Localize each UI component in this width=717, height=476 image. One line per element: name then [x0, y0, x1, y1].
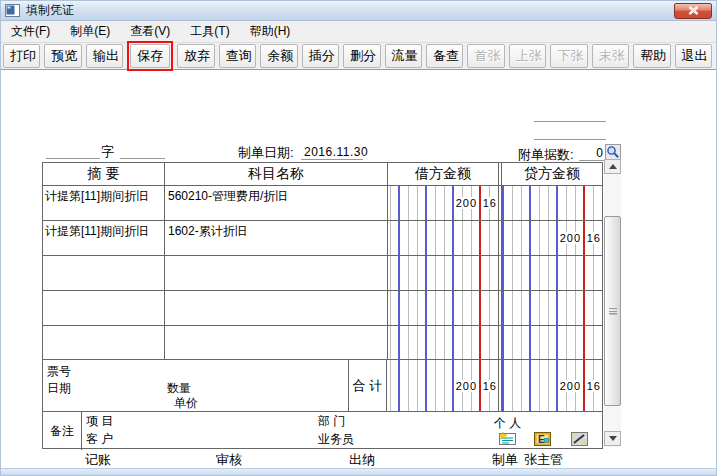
credit-amount-cell[interactable] — [502, 186, 602, 220]
summary-cell[interactable]: 计提第[11]期间折旧 — [43, 221, 165, 255]
project-field[interactable]: 项 目 — [86, 413, 113, 430]
attachments-lookup-button[interactable] — [605, 144, 621, 160]
account-cell[interactable]: 560210-管理费用/折旧 — [165, 186, 388, 220]
attachments-underline — [579, 160, 605, 161]
cashflow-button[interactable]: 流量 — [385, 44, 422, 68]
insert-line-button[interactable]: 插分 — [302, 44, 339, 68]
table-row — [43, 256, 602, 291]
debit-amount-cell[interactable] — [388, 326, 499, 359]
summary-cell[interactable] — [43, 256, 165, 290]
summary-cell[interactable]: 计提第[11]期间折旧 — [43, 186, 165, 220]
credit-amount-cell[interactable]: 200 16 — [502, 221, 602, 255]
credit-fen: 16 — [587, 232, 601, 244]
menu-file[interactable]: 文件(F) — [5, 21, 56, 42]
title-bar: 填制凭证 — [1, 1, 716, 21]
prev-voucher-button: 上张 — [509, 44, 546, 68]
summary-cell[interactable] — [43, 326, 165, 359]
total-label: 合 计 — [349, 360, 387, 411]
table-row — [43, 291, 602, 326]
debit-amount-cell[interactable] — [388, 256, 499, 290]
close-button[interactable] — [674, 3, 712, 19]
scroll-down-button[interactable] — [604, 431, 621, 446]
discard-button[interactable]: 放弃 — [177, 44, 214, 68]
table-header-row: 摘 要 科目名称 借方金额 贷方金额 — [43, 163, 602, 186]
salesman-field[interactable]: 业务员 — [318, 431, 354, 448]
menu-view[interactable]: 查看(V) — [124, 21, 176, 42]
table-row: 计提第[11]期间折旧 1602-累计折旧 200 16 — [43, 221, 602, 256]
summary-cell[interactable] — [43, 291, 165, 325]
totals-row: 票号 日期 数量 单价 合 计 200 16 200 16 — [43, 360, 602, 412]
bookkeeping-label: 记账 — [85, 451, 111, 469]
reference-button[interactable]: 备查 — [426, 44, 463, 68]
signature-stamp-icon[interactable] — [499, 432, 516, 446]
remarks-body: 项 目 客 户 部 门 业务员 个 人 E — [82, 412, 602, 450]
account-cell[interactable]: 1602-累计折旧 — [165, 221, 388, 255]
debit-amount-cell[interactable] — [388, 291, 499, 325]
credit-total-cell: 200 16 — [502, 360, 602, 411]
scrollbar-thumb[interactable] — [604, 216, 621, 406]
vertical-scrollbar[interactable] — [604, 159, 621, 447]
preparer-label: 制单 — [492, 451, 518, 469]
credit-yuan: 200 — [559, 232, 582, 244]
debit-amount-cell[interactable] — [388, 221, 499, 255]
menu-bar: 文件(F) 制单(E) 查看(V) 工具(T) 帮助(H) — [1, 21, 716, 43]
credit-amount-cell[interactable] — [502, 256, 602, 290]
ticket-label: 票号 — [47, 363, 71, 380]
query-button[interactable]: 查询 — [219, 44, 256, 68]
voucher-word-underline-left — [46, 158, 100, 159]
debit-total-fen: 16 — [483, 380, 497, 392]
credit-total-yuan: 200 — [559, 380, 582, 392]
voucher-date-label: 制单日期: — [238, 144, 294, 162]
review-label: 审核 — [216, 451, 242, 469]
last-voucher-button: 末张 — [592, 44, 629, 68]
window-title: 填制凭证 — [26, 2, 74, 19]
department-field[interactable]: 部 门 — [318, 413, 345, 430]
remarks-label: 备注 — [43, 412, 82, 450]
menu-tools[interactable]: 工具(T) — [184, 21, 235, 42]
account-cell[interactable] — [165, 291, 388, 325]
magic-wand-icon[interactable] — [571, 432, 588, 446]
account-cell[interactable] — [165, 256, 388, 290]
delete-line-button[interactable]: 删分 — [343, 44, 380, 68]
header-credit: 贷方金额 — [502, 163, 602, 185]
invoice-stamp-icon[interactable]: E — [534, 432, 551, 446]
balance-button[interactable]: 余额 — [260, 44, 297, 68]
customer-field[interactable]: 客 户 — [86, 431, 113, 448]
blank-line-2 — [534, 139, 606, 140]
help-button[interactable]: 帮助 — [633, 44, 670, 68]
table-row — [43, 326, 602, 360]
preparer-name: 张主管 — [524, 451, 563, 469]
credit-amount-cell[interactable] — [502, 291, 602, 325]
menu-voucher[interactable]: 制单(E) — [64, 21, 116, 42]
voucher-table: 摘 要 科目名称 借方金额 贷方金额 计提第[11]期间折旧 560210-管理… — [42, 162, 603, 449]
table-row: 计提第[11]期间折旧 560210-管理费用/折旧 200 16 — [43, 186, 602, 221]
cashier-label: 出纳 — [349, 451, 375, 469]
ticket-info-cell[interactable]: 票号 日期 数量 单价 — [43, 360, 349, 411]
account-cell[interactable] — [165, 326, 388, 359]
exit-button[interactable]: 退出 — [675, 44, 712, 68]
next-voucher-button: 下张 — [550, 44, 587, 68]
header-debit: 借方金额 — [388, 163, 499, 185]
credit-amount-cell[interactable] — [502, 326, 602, 359]
preview-button[interactable]: 预览 — [44, 44, 81, 68]
debit-total-yuan: 200 — [455, 380, 478, 392]
save-button[interactable]: 保存 — [130, 44, 170, 68]
scroll-up-button[interactable] — [604, 159, 621, 174]
print-button[interactable]: 打印 — [3, 44, 40, 68]
window-bottom-border — [1, 468, 716, 475]
person-field[interactable]: 个 人 — [494, 415, 521, 432]
menu-help[interactable]: 帮助(H) — [244, 21, 297, 42]
voucher-date-value[interactable]: 2016.11.30 — [304, 145, 368, 159]
svg-text:E: E — [538, 434, 545, 445]
credit-total-fen: 16 — [587, 380, 601, 392]
voucher-word-underline-right — [120, 158, 165, 159]
voucher-word-label[interactable]: 字 — [101, 143, 114, 161]
voucher-date-underline — [301, 159, 363, 160]
export-button[interactable]: 输出 — [86, 44, 123, 68]
save-button-highlight: 保存 — [127, 41, 173, 71]
remarks-row: 备注 项 目 客 户 部 门 业务员 个 人 E — [43, 412, 602, 450]
debit-amount-cell[interactable]: 200 16 — [388, 186, 499, 220]
close-icon — [688, 6, 699, 15]
attachments-value[interactable]: 0 — [581, 146, 603, 160]
first-voucher-button: 首张 — [467, 44, 504, 68]
